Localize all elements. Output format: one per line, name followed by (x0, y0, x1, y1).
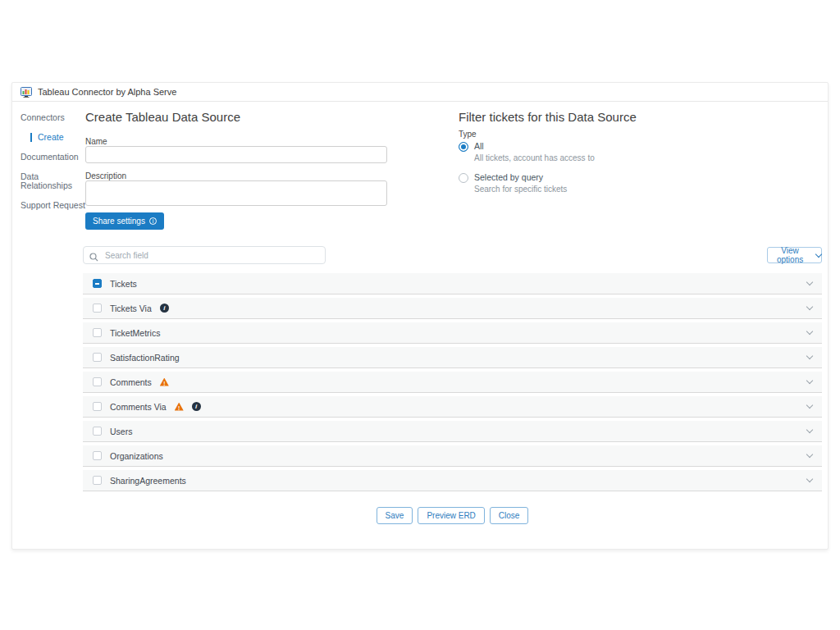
row-label: TicketMetrics (110, 328, 160, 338)
row-label: Organizations (110, 451, 163, 461)
view-options-label: View options (768, 246, 812, 264)
row-label: SatisfactionRating (110, 353, 180, 363)
row-checkbox[interactable] (93, 476, 102, 485)
save-button[interactable]: Save (377, 507, 413, 524)
sidebar-item-documentation[interactable]: Documentation (21, 153, 88, 162)
radio-sublabel: Search for specific tickets (474, 185, 567, 194)
sidebar-item-data-relationships[interactable]: Data Relationships (21, 172, 88, 190)
tables-list: Tickets Tickets Via i TicketMetrics Sati… (83, 273, 822, 495)
row-checkbox[interactable] (93, 451, 102, 460)
row-label: Tickets Via (110, 304, 152, 313)
sidebar-item-create[interactable]: Create (30, 133, 88, 142)
table-row[interactable]: Tickets (83, 273, 822, 294)
info-icon: i (149, 217, 157, 225)
row-checkbox[interactable] (93, 377, 102, 386)
info-icon[interactable]: i (160, 304, 169, 313)
chevron-down-icon[interactable] (806, 304, 813, 310)
titlebar: Tableau Connector by Alpha Serve (12, 83, 828, 102)
footer-actions: SavePreview ERDClose (83, 507, 822, 524)
filter-options: All All tickets, account has access to S… (459, 141, 595, 203)
app-logo-icon (21, 87, 32, 98)
warning-icon: ! (160, 378, 169, 386)
table-row[interactable]: Users (83, 421, 822, 442)
type-label: Type (459, 130, 477, 139)
row-label: Users (110, 427, 132, 436)
chevron-down-icon[interactable] (806, 402, 813, 409)
search-wrap (83, 246, 326, 264)
sidebar-item-support-request[interactable]: Support Request (21, 201, 88, 210)
table-row[interactable]: SatisfactionRating (83, 347, 822, 368)
table-row[interactable]: Tickets Via i (83, 298, 822, 319)
row-checkbox[interactable] (93, 279, 102, 288)
preview-erd-button[interactable]: Preview ERD (418, 507, 484, 524)
radio-label: All (474, 141, 595, 151)
filter-title: Filter tickets for this Data Source (459, 110, 637, 124)
row-label: Comments Via (110, 402, 167, 412)
search-icon (89, 250, 98, 265)
table-row[interactable]: Comments Via ! i (83, 396, 822, 418)
share-settings-label: Share settings (93, 217, 145, 226)
share-settings-button[interactable]: Share settings i (85, 212, 164, 230)
sidebar: ConnectorsCreateDocumentationData Relati… (21, 113, 88, 221)
name-field[interactable] (85, 146, 387, 163)
table-row[interactable]: Organizations (83, 445, 822, 467)
filter-option[interactable]: All All tickets, account has access to (459, 141, 595, 162)
search-input[interactable] (83, 246, 326, 264)
radio-label: Selected by query (474, 172, 567, 182)
chevron-down-icon[interactable] (806, 279, 813, 285)
table-row[interactable]: TicketMetrics (83, 322, 822, 344)
name-label: Name (85, 137, 107, 146)
row-label: Comments (110, 377, 152, 387)
description-label: Description (85, 171, 126, 180)
row-checkbox[interactable] (93, 304, 102, 313)
radio-sublabel: All tickets, account has access to (474, 153, 595, 162)
app-title: Tableau Connector by Alpha Serve (38, 87, 176, 97)
filter-option[interactable]: Selected by query Search for specific ti… (459, 172, 595, 194)
chevron-down-icon[interactable] (806, 328, 813, 335)
warning-icon: ! (175, 403, 184, 411)
row-checkbox[interactable] (93, 402, 102, 411)
close-button[interactable]: Close (490, 507, 529, 524)
radio-button[interactable] (459, 173, 468, 183)
row-checkbox[interactable] (93, 427, 102, 436)
page-title: Create Tableau Data Source (85, 110, 240, 124)
chevron-down-icon[interactable] (806, 427, 813, 433)
app-window: Tableau Connector by Alpha Serve Connect… (11, 82, 829, 550)
chevron-down-icon (815, 250, 822, 257)
table-row[interactable]: SharingAgreements (83, 470, 822, 491)
description-field[interactable] (85, 180, 387, 206)
row-label: SharingAgreements (110, 476, 186, 486)
radio-button[interactable] (459, 142, 468, 152)
row-checkbox[interactable] (93, 353, 102, 362)
sidebar-item-connectors[interactable]: Connectors (21, 113, 88, 122)
info-icon[interactable]: i (192, 402, 201, 411)
chevron-down-icon[interactable] (806, 476, 813, 482)
table-row[interactable]: Comments ! (83, 372, 822, 393)
view-options-button[interactable]: View options (767, 247, 822, 263)
chevron-down-icon[interactable] (806, 451, 813, 458)
row-label: Tickets (110, 279, 137, 289)
row-checkbox[interactable] (93, 328, 102, 337)
chevron-down-icon[interactable] (806, 377, 813, 384)
chevron-down-icon[interactable] (806, 353, 813, 359)
